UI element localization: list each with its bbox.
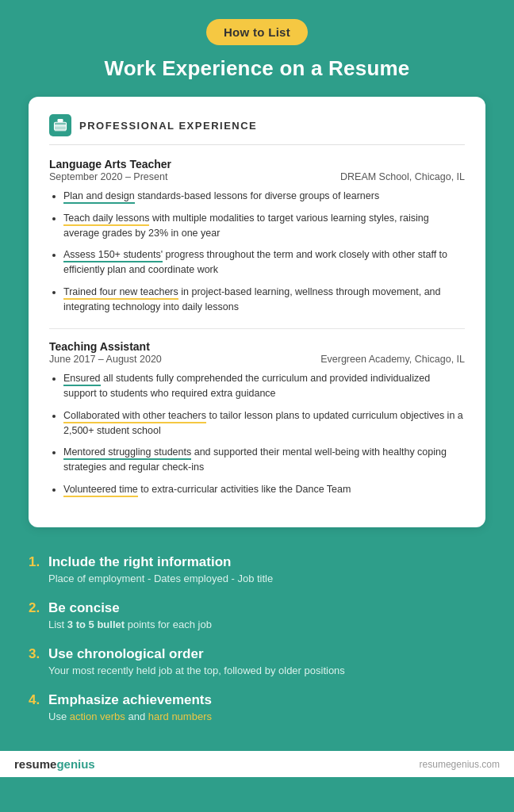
bullet-list-2: Ensured all students fully comprehended …: [49, 371, 465, 496]
action-verb: Collaborated with other teachers: [63, 410, 206, 423]
action-verb: Teach daily lessons: [63, 213, 149, 226]
tip-heading-2: Be concise: [48, 600, 120, 616]
tip-item-4: 4. Emphasize achievements Use action ver…: [29, 692, 485, 724]
list-item: Mentored struggling students and support…: [63, 445, 465, 475]
footer-logo-genius: genius: [56, 757, 94, 771]
job-dates-2: June 2017 – August 2020: [49, 354, 162, 365]
header-area: How to List Work Experience on a Resume: [0, 0, 514, 97]
job-block-1: Language Arts Teacher September 2020 – P…: [49, 158, 465, 314]
main-title: Work Experience on a Resume: [105, 56, 410, 81]
briefcase-icon: [49, 114, 71, 136]
list-item: Volunteered time to extra-curricular act…: [63, 482, 465, 497]
tip-item-1: 1. Include the right information Place o…: [29, 554, 485, 586]
tip-heading-4: Emphasize achievements: [48, 692, 212, 708]
job-meta-2: June 2017 – August 2020 Evergreen Academ…: [49, 354, 465, 365]
footer-logo: resumegenius: [14, 757, 95, 771]
tip-desc-3: Your most recently held job at the top, …: [48, 664, 485, 678]
tip-header-4: 4. Emphasize achievements: [29, 692, 485, 708]
job-company-2: Evergreen Academy, Chicago, IL: [320, 354, 465, 365]
list-item: Plan and design standards-based lessons …: [63, 189, 465, 204]
action-verb: Plan and design: [63, 190, 135, 204]
list-item: Trained four new teachers in project-bas…: [63, 285, 465, 315]
list-item: Teach daily lessons with multiple modali…: [63, 211, 465, 241]
tip-heading-3: Use chronological order: [48, 646, 204, 662]
tip-item-3: 3. Use chronological order Your most rec…: [29, 646, 485, 678]
action-verb: Trained four new teachers: [63, 286, 178, 300]
tip-header-2: 2. Be concise: [29, 600, 485, 616]
how-to-list-badge: How to List: [206, 19, 308, 45]
section-divider: [49, 328, 465, 329]
hard-numbers-label: hard numbers: [148, 710, 212, 722]
job-meta-1: September 2020 – Present DREAM School, C…: [49, 171, 465, 182]
section-title: PROFESSIONAL EXPERIENCE: [79, 120, 257, 132]
action-verb: Ensured: [63, 373, 101, 386]
action-verb: Mentored struggling students: [63, 446, 191, 460]
action-verb: Assess 150+ students': [63, 249, 163, 262]
job-dates-1: September 2020 – Present: [49, 171, 167, 182]
resume-card: PROFESSIONAL EXPERIENCE Language Arts Te…: [29, 97, 485, 527]
tip-desc-4: Use action verbs and hard numbers: [48, 710, 485, 724]
footer-url: resumegenius.com: [420, 759, 500, 770]
tip-heading-1: Include the right information: [48, 554, 231, 570]
tip-desc-2: List 3 to 5 bullet points for each job: [48, 618, 485, 632]
footer-bar: resumegenius resumegenius.com: [0, 751, 514, 777]
bullet-list-1: Plan and design standards-based lessons …: [49, 189, 465, 314]
list-item: Collaborated with other teachers to tail…: [63, 408, 465, 439]
tip-number-1: 1.: [29, 554, 43, 570]
tip-desc-1: Place of employment - Dates employed - J…: [48, 572, 485, 586]
job-title-1: Language Arts Teacher: [49, 158, 465, 170]
job-company-1: DREAM School, Chicago, IL: [340, 171, 465, 182]
tip-number-4: 4.: [29, 692, 43, 708]
tip-header-1: 1. Include the right information: [29, 554, 485, 570]
tip-item-2: 2. Be concise List 3 to 5 bullet points …: [29, 600, 485, 632]
action-verbs-label: action verbs: [70, 710, 125, 722]
tip-number-2: 2.: [29, 600, 43, 616]
job-block-2: Teaching Assistant June 2017 – August 20…: [49, 340, 465, 496]
tip-header-3: 3. Use chronological order: [29, 646, 485, 662]
action-verb: Volunteered time: [63, 484, 138, 497]
card-header: PROFESSIONAL EXPERIENCE: [49, 114, 465, 145]
list-item: Assess 150+ students' progress throughou…: [63, 247, 465, 278]
tips-area: 1. Include the right information Place o…: [0, 546, 514, 752]
tip-number-3: 3.: [29, 646, 43, 662]
list-item: Ensured all students fully comprehended …: [63, 371, 465, 401]
job-title-2: Teaching Assistant: [49, 340, 465, 353]
footer-logo-resume: resume: [14, 757, 56, 771]
